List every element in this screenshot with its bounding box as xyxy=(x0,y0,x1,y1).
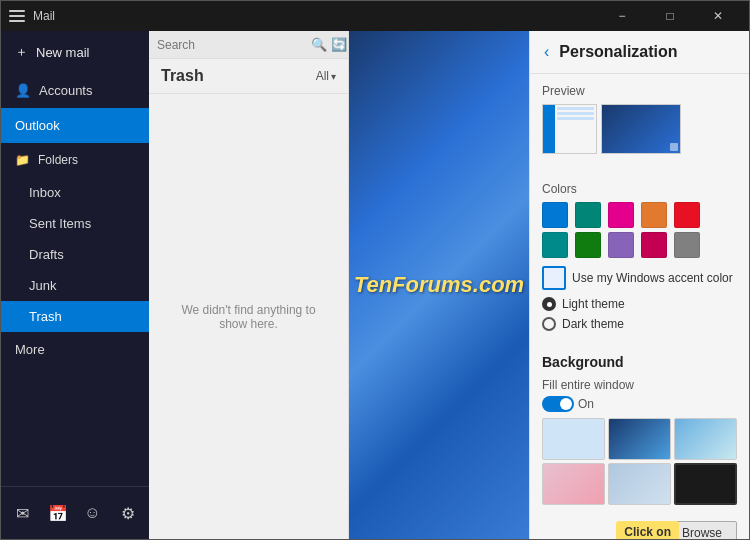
title-bar-left: Mail xyxy=(9,9,55,23)
hamburger-icon[interactable] xyxy=(9,10,25,22)
app-window: Mail − □ ✕ ＋ New mail 👤 Accounts Outlook… xyxy=(0,0,750,540)
preview-content-area xyxy=(555,105,596,153)
trash-label: Trash xyxy=(29,309,62,324)
color-swatch-teal[interactable] xyxy=(575,202,601,228)
inbox-label: Inbox xyxy=(29,185,61,200)
bg-thumb-3[interactable] xyxy=(674,418,737,460)
preview-light-swatch xyxy=(542,104,597,154)
sidebar-item-inbox[interactable]: Inbox xyxy=(1,177,149,208)
new-mail-button[interactable]: ＋ New mail xyxy=(1,31,149,73)
accounts-icon: 👤 xyxy=(15,83,31,98)
preview-line-3 xyxy=(557,117,594,120)
bg-thumb-2[interactable] xyxy=(608,418,671,460)
fill-window-label: Fill entire window xyxy=(542,378,634,392)
sidebar-item-drafts[interactable]: Drafts xyxy=(1,239,149,270)
folder-icon: 📁 xyxy=(15,153,30,167)
sidebar-spacer xyxy=(1,367,149,486)
color-swatch-orange[interactable] xyxy=(641,202,667,228)
settings-nav-button[interactable]: ⚙ xyxy=(112,497,144,529)
color-swatch-purple[interactable] xyxy=(608,232,634,258)
accounts-button[interactable]: 👤 Accounts xyxy=(1,73,149,108)
email-list-panel: 🔍 🔄 ≡ Trash All ▾ We didn't find anythin… xyxy=(149,31,349,539)
colors-section: Colors xyxy=(530,172,749,344)
bg-thumb-6[interactable] xyxy=(674,463,737,505)
color-swatch-red[interactable] xyxy=(674,202,700,228)
email-preview-panel: TenForums.com xyxy=(349,31,529,539)
color-swatch-blue[interactable] xyxy=(542,202,568,228)
search-input[interactable] xyxy=(157,38,307,52)
folders-header[interactable]: 📁 Folders xyxy=(1,143,149,177)
maximize-button[interactable]: □ xyxy=(647,1,693,31)
sidebar-item-sent[interactable]: Sent Items xyxy=(1,208,149,239)
color-swatch-pink[interactable] xyxy=(608,202,634,228)
accounts-label: Accounts xyxy=(39,83,92,98)
color-swatch-gray[interactable] xyxy=(674,232,700,258)
title-bar: Mail − □ ✕ xyxy=(1,1,749,31)
browse-button[interactable]: Browse xyxy=(667,521,737,539)
email-list-header: Trash All ▾ xyxy=(149,59,348,94)
folders-label: Folders xyxy=(38,153,78,167)
filter-chevron-icon: ▾ xyxy=(331,71,336,82)
accent-checkbox[interactable] xyxy=(542,266,566,290)
close-button[interactable]: ✕ xyxy=(695,1,741,31)
outlook-label: Outlook xyxy=(15,118,60,133)
watermark-text: TenForums.com xyxy=(354,272,524,298)
junk-label: Junk xyxy=(29,278,56,293)
dark-theme-option[interactable]: Dark theme xyxy=(542,314,737,334)
email-list-empty-message: We didn't find anything to show here. xyxy=(149,94,348,539)
people-nav-button[interactable]: ☺ xyxy=(77,497,109,529)
panel-title: Personalization xyxy=(559,43,677,61)
fill-window-row: Fill entire window xyxy=(542,374,737,396)
panel-header: ‹ Personalization xyxy=(530,31,749,74)
sidebar-bottom: ✉ 📅 ☺ ⚙ xyxy=(1,486,149,539)
sidebar: ＋ New mail 👤 Accounts Outlook 📁 Folders … xyxy=(1,31,149,539)
preview-desktop-swatch xyxy=(601,104,681,154)
color-swatch-darkteal[interactable] xyxy=(542,232,568,258)
email-list-folder-title: Trash xyxy=(161,67,204,85)
accent-option[interactable]: Use my Windows accent color xyxy=(542,262,737,294)
empty-text: We didn't find anything to show here. xyxy=(169,303,328,331)
accent-label: Use my Windows accent color xyxy=(572,271,733,285)
color-swatch-green[interactable] xyxy=(575,232,601,258)
light-theme-option[interactable]: Light theme xyxy=(542,294,737,314)
new-mail-label: New mail xyxy=(36,45,89,60)
browse-row: Click on Browse xyxy=(530,515,749,539)
light-theme-label: Light theme xyxy=(562,297,625,311)
bg-thumb-1[interactable] xyxy=(542,418,605,460)
more-label: More xyxy=(15,342,45,357)
filter-label: All xyxy=(316,69,329,83)
sidebar-item-junk[interactable]: Junk xyxy=(1,270,149,301)
new-mail-icon: ＋ xyxy=(15,43,28,61)
background-thumbnails xyxy=(542,418,737,505)
sidebar-item-trash[interactable]: Trash xyxy=(1,301,149,332)
toggle-label: On xyxy=(578,397,594,411)
background-section: Background Fill entire window On xyxy=(530,344,749,515)
bg-thumb-4[interactable] xyxy=(542,463,605,505)
app-title: Mail xyxy=(33,9,55,23)
toggle-track[interactable] xyxy=(542,396,574,412)
sidebar-item-more[interactable]: More xyxy=(1,332,149,367)
minimize-button[interactable]: − xyxy=(599,1,645,31)
outlook-account-item[interactable]: Outlook xyxy=(1,108,149,143)
color-swatches-row1 xyxy=(542,202,737,228)
search-icon[interactable]: 🔍 xyxy=(311,37,327,52)
bg-thumb-5[interactable] xyxy=(608,463,671,505)
refresh-icon[interactable]: 🔄 xyxy=(331,37,347,52)
back-button[interactable]: ‹ xyxy=(542,41,551,63)
light-theme-radio[interactable] xyxy=(542,297,556,311)
sent-label: Sent Items xyxy=(29,216,91,231)
color-swatch-crimson[interactable] xyxy=(641,232,667,258)
theme-preview xyxy=(542,104,737,154)
toggle-switch[interactable]: On xyxy=(542,396,737,412)
mail-nav-button[interactable]: ✉ xyxy=(7,497,39,529)
colors-label: Colors xyxy=(542,182,737,196)
toggle-thumb xyxy=(560,398,572,410)
preview-label: Preview xyxy=(542,84,737,98)
dark-theme-label: Dark theme xyxy=(562,317,624,331)
preview-desktop-icon xyxy=(670,143,678,151)
dark-theme-radio[interactable] xyxy=(542,317,556,331)
title-bar-controls: − □ ✕ xyxy=(599,1,741,31)
email-filter-button[interactable]: All ▾ xyxy=(316,69,336,83)
search-bar: 🔍 🔄 ≡ xyxy=(149,31,348,59)
calendar-nav-button[interactable]: 📅 xyxy=(42,497,74,529)
